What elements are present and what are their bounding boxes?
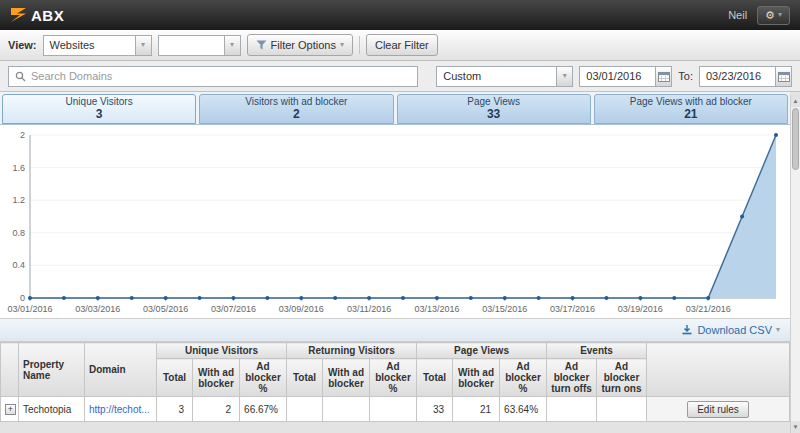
cell-returning-adblock — [323, 397, 370, 422]
tab-unique-visitors[interactable]: Unique Visitors 3 — [2, 94, 196, 124]
date-range-value: Custom — [436, 66, 556, 87]
download-icon — [681, 324, 693, 336]
vertical-scrollbar[interactable]: ▲ ▼ — [790, 95, 800, 433]
svg-text:1.2: 1.2 — [12, 195, 25, 205]
cell-domain-link[interactable]: http://techot... — [89, 404, 150, 415]
svg-text:03/15/2016: 03/15/2016 — [482, 304, 527, 314]
date-from-field: 03/01/2016 — [579, 66, 672, 87]
tab-label: Page Views — [398, 96, 590, 107]
svg-text:03/11/2016: 03/11/2016 — [347, 304, 391, 314]
property-name-header: Property Name — [19, 343, 85, 397]
svg-text:0: 0 — [20, 293, 25, 303]
tab-value: 2 — [200, 107, 392, 121]
col-unique-total: Total — [157, 359, 193, 397]
scroll-up-icon[interactable]: ▲ — [791, 95, 800, 107]
abx-logo-icon — [10, 7, 27, 23]
gear-icon: ⚙ — [765, 9, 775, 22]
view-select[interactable]: Websites ▾ — [43, 35, 152, 56]
secondary-select-arrow[interactable]: ▾ — [224, 35, 241, 56]
svg-text:03/19/2016: 03/19/2016 — [618, 304, 663, 314]
scrollbar-thumb[interactable] — [792, 108, 799, 170]
cell-unique-adblock: 2 — [193, 397, 240, 422]
search-input[interactable] — [31, 70, 411, 82]
svg-text:2: 2 — [20, 130, 25, 140]
svg-text:03/03/2016: 03/03/2016 — [75, 304, 120, 314]
group-returning-visitors: Returning Visitors — [287, 343, 417, 359]
filter-options-button[interactable]: Filter Options ▾ — [247, 34, 353, 56]
chevron-down-icon: ▾ — [230, 41, 234, 49]
date-to-calendar-button[interactable] — [775, 66, 792, 87]
table-row: + Techotopia http://techot... 3 2 66.67%… — [1, 397, 790, 422]
chart-canvas: 00.40.81.21.6203/01/201603/03/201603/05/… — [0, 125, 790, 318]
date-range-select[interactable]: Custom ▾ — [436, 66, 573, 87]
col-pv-total: Total — [417, 359, 453, 397]
view-select-arrow[interactable]: ▾ — [135, 35, 152, 56]
view-select-value: Websites — [43, 35, 135, 56]
tab-label: Page Views with ad blocker — [595, 96, 787, 107]
search-icon — [15, 71, 26, 82]
brand-name: ABX — [31, 7, 64, 24]
group-events: Events — [547, 343, 647, 359]
svg-text:03/13/2016: 03/13/2016 — [414, 304, 459, 314]
col-events-turn-offs: Ad blocker turn offs — [547, 359, 597, 397]
cell-pv-adblock: 21 — [453, 397, 500, 422]
cell-pv-total: 33 — [417, 397, 453, 422]
tab-visitors-with-ad-blocker[interactable]: Visitors with ad blocker 2 — [199, 94, 393, 124]
view-label: View: — [8, 39, 37, 51]
date-from-calendar-button[interactable] — [655, 66, 672, 87]
cell-property-name: Techotopia — [19, 397, 85, 422]
group-unique-visitors: Unique Visitors — [157, 343, 287, 359]
domain-header: Domain — [85, 343, 157, 397]
col-returning-total: Total — [287, 359, 323, 397]
row-expand-button[interactable]: + — [5, 404, 16, 415]
edit-rules-button[interactable]: Edit rules — [687, 401, 749, 418]
col-pv-pct: Ad blocker % — [500, 359, 547, 397]
visitors-area-chart: 00.40.81.21.6203/01/201603/03/201603/05/… — [0, 125, 790, 319]
tab-value: 33 — [398, 107, 590, 121]
svg-text:03/21/2016: 03/21/2016 — [686, 304, 731, 314]
svg-text:03/09/2016: 03/09/2016 — [279, 304, 324, 314]
col-events-turn-ons: Ad blocker turn ons — [597, 359, 647, 397]
download-csv-link[interactable]: Download CSV ▾ — [681, 324, 780, 336]
svg-text:1.6: 1.6 — [12, 163, 25, 173]
top-bar: ABX Neil ⚙ ▾ — [0, 0, 800, 30]
scrollbar-track[interactable] — [791, 171, 800, 421]
settings-menu-button[interactable]: ⚙ ▾ — [757, 6, 790, 25]
svg-text:03/01/2016: 03/01/2016 — [7, 304, 52, 314]
secondary-select[interactable]: ▾ — [158, 35, 241, 56]
tab-value: 21 — [595, 107, 787, 121]
scroll-down-icon[interactable]: ▼ — [791, 421, 800, 433]
to-label: To: — [678, 70, 693, 82]
stat-tabs: Unique Visitors 3 Visitors with ad block… — [0, 92, 790, 125]
tab-page-views-with-ad-blocker[interactable]: Page Views with ad blocker 21 — [594, 94, 788, 124]
col-returning-pct: Ad blocker % — [370, 359, 417, 397]
svg-text:03/17/2016: 03/17/2016 — [550, 304, 595, 314]
date-range-arrow[interactable]: ▾ — [556, 66, 573, 87]
date-to-value[interactable]: 03/23/2016 — [699, 66, 775, 87]
cell-pv-pct: 63.64% — [500, 397, 547, 422]
search-row: Custom ▾ 03/01/2016 To: 03/23/2016 — [0, 61, 800, 92]
filter-toolbar: View: Websites ▾ ▾ Filter Options ▾ Clea… — [0, 30, 800, 61]
svg-text:0.4: 0.4 — [12, 260, 25, 270]
col-unique-pct: Ad blocker % — [240, 359, 287, 397]
col-returning-adblock: With ad blocker — [323, 359, 370, 397]
download-row: Download CSV ▾ — [0, 319, 790, 342]
domains-table: Property Name Domain Unique Visitors Ret… — [0, 342, 790, 422]
date-from-value[interactable]: 03/01/2016 — [579, 66, 655, 87]
expand-column-header — [1, 343, 19, 397]
chevron-down-icon: ▾ — [776, 326, 780, 334]
cell-returning-total — [287, 397, 323, 422]
tab-value: 3 — [3, 107, 195, 121]
clear-filter-label: Clear Filter — [375, 39, 429, 51]
funnel-icon — [256, 40, 267, 50]
filter-options-label: Filter Options — [271, 39, 336, 51]
clear-filter-button[interactable]: Clear Filter — [366, 34, 438, 56]
group-page-views: Page Views — [417, 343, 547, 359]
calendar-icon — [778, 71, 790, 82]
cell-unique-total: 3 — [157, 397, 193, 422]
tab-page-views[interactable]: Page Views 33 — [397, 94, 591, 124]
toolbar-separator — [359, 36, 360, 54]
chevron-down-icon: ▾ — [340, 41, 344, 49]
cell-events-offs — [547, 397, 597, 422]
download-csv-label: Download CSV — [697, 324, 772, 336]
